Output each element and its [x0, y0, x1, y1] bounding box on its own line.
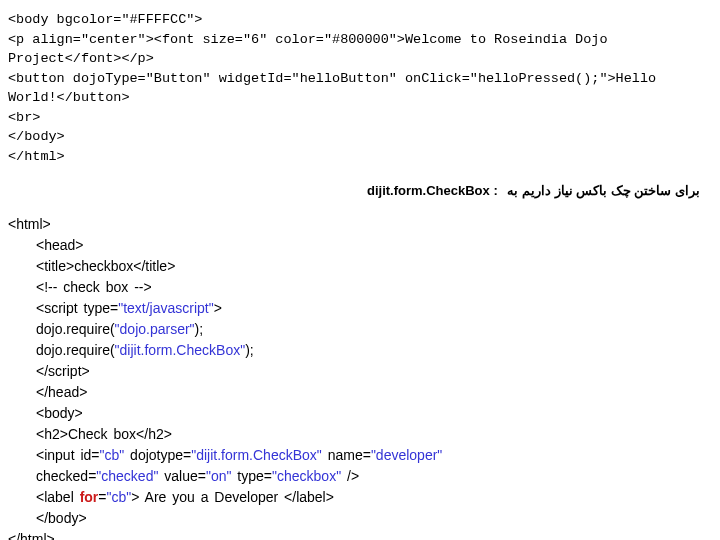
code-line: </html>	[8, 147, 712, 167]
code-line: <title>checkbox</title>	[8, 256, 712, 277]
code-line: <p align="center"><font size="6" color="…	[8, 30, 712, 69]
code-line: <body>	[8, 403, 712, 424]
code-line: dojo.require("dijit.form.CheckBox");	[8, 340, 712, 361]
code-line: <br>	[8, 108, 712, 128]
heading-persian: برای ساختن چک باکس نیاز داریم به	[507, 181, 700, 201]
code-block-1: <body bgcolor="#FFFFCC"> <p align="cente…	[8, 10, 712, 167]
section-heading: dijit.form.CheckBox : برای ساختن چک باکس…	[8, 181, 712, 201]
code-line: <head>	[8, 235, 712, 256]
code-line: </html>	[8, 529, 712, 540]
code-line: checked="checked" value="on" type="check…	[8, 466, 712, 487]
code-line: <script type="text/javascript">	[8, 298, 712, 319]
code-line: <body bgcolor="#FFFFCC">	[8, 10, 712, 30]
code-line: <label for="cb"> Are you a Developer </l…	[8, 487, 712, 508]
code-line: <html>	[8, 214, 712, 235]
code-line: <input id="cb" dojotype="dijit.form.Chec…	[8, 445, 712, 466]
code-line: <!-- check box -->	[8, 277, 712, 298]
code-line: </body>	[8, 508, 712, 529]
code-line: </head>	[8, 382, 712, 403]
code-line: <button dojoType="Button" widgetId="hell…	[8, 69, 712, 108]
heading-latin: dijit.form.CheckBox	[367, 181, 490, 201]
code-line: dojo.require("dojo.parser");	[8, 319, 712, 340]
code-line: </script>	[8, 361, 712, 382]
code-line: </body>	[8, 127, 712, 147]
code-line: <h2>Check box</h2>	[8, 424, 712, 445]
code-block-2: <html> <head> <title>checkbox</title> <!…	[8, 214, 712, 540]
